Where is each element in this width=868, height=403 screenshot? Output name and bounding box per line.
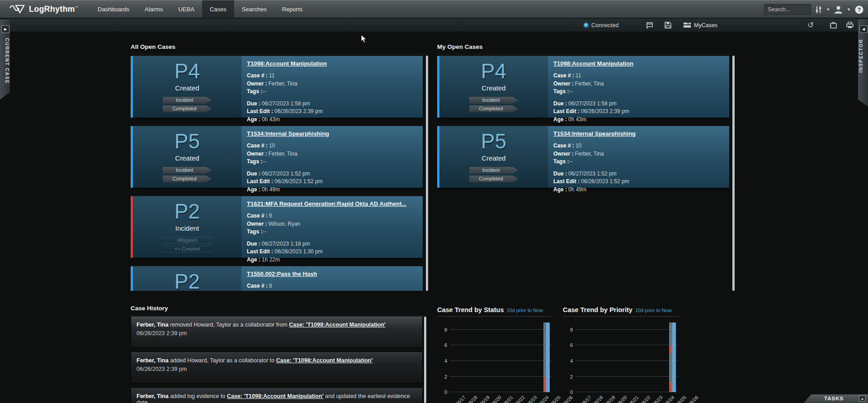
owner-row: Owner :Ferber, Tina [553, 150, 725, 158]
case-link[interactable]: Case: 'T1098:Account Manipulation' [289, 322, 386, 328]
history-date: 06/26/2023 2:39 pm [137, 366, 417, 372]
case-title-link[interactable]: T1098:Account Manipulation [247, 60, 327, 67]
case-title-link[interactable]: T1098:Account Manipulation [553, 60, 633, 67]
user-icon[interactable] [834, 5, 843, 14]
y-tick-label: 8 [564, 327, 573, 332]
completed-action-button[interactable]: Completed [163, 105, 212, 112]
case-status: Created [133, 154, 241, 162]
case-history-scrollbar[interactable] [424, 317, 426, 403]
chart-time-range[interactable]: 10d prior to Now [506, 308, 543, 313]
my-cases-scrollbar[interactable] [732, 56, 735, 291]
help-icon[interactable]: ? [855, 5, 863, 14]
tab-alarms[interactable]: Alarms [137, 0, 170, 18]
red-segment-bar [544, 377, 546, 393]
incident-action-button[interactable]: Incident [163, 97, 212, 104]
completed-action-button[interactable]: Completed [163, 175, 212, 182]
case-card-t1098[interactable]: P4 Created Incident Completed T1098:Acco… [131, 56, 423, 118]
incident-action-button[interactable]: Incident [469, 167, 518, 174]
tasks-label: TASKS [824, 394, 844, 403]
dashboard-selector-mycases[interactable]: MyCases [684, 19, 717, 32]
y-tick-label: 6 [438, 342, 447, 348]
priority-label: P2 [133, 269, 241, 291]
current-case-tab[interactable]: ▶ CURRENT CASE [0, 20, 10, 100]
gridline: 2 [576, 376, 679, 377]
inspector-tab[interactable]: ◀ INSPECTOR [858, 20, 868, 107]
incident-action-button[interactable]: Incident [163, 167, 212, 174]
case-history-header: Case History [131, 305, 426, 316]
search-input[interactable] [764, 4, 811, 15]
age-row: Age :0h 43m [553, 116, 725, 124]
due-row: Due :06/27/2023 1:18 pm [247, 240, 418, 248]
case-card-t1550[interactable]: P2 T1550.002:Pass the Hash Case # :8 Own… [131, 266, 423, 291]
chart-time-range[interactable]: 10d prior to Now [635, 308, 672, 313]
tab-dashboards[interactable]: Dashboards [90, 0, 137, 18]
connected-label: Connected [591, 22, 618, 28]
undo-icon[interactable]: ↺ [807, 19, 814, 32]
expand-inspector-icon[interactable]: ◀ [859, 25, 868, 33]
card-priority-column: P4 Created Incident Completed [439, 56, 548, 118]
case-status: Incident [133, 224, 241, 232]
gridline: 0 [576, 392, 679, 392]
tab-ueba[interactable]: UEBA [171, 0, 202, 18]
tasks-bar[interactable]: TASKS ▲ [804, 394, 868, 403]
case-card-t1534[interactable]: P5 Created Incident Completed T1534:Inte… [437, 126, 729, 188]
history-text: Ferber, Tina added log evidence to Case:… [137, 393, 417, 403]
last-edit-row: Last Edit :06/26/2023 1:52 pm [247, 178, 418, 186]
completed-action-button[interactable]: Completed [469, 175, 518, 182]
age-row: Age :0h 43m [247, 116, 418, 124]
add-dashboard-icon[interactable] [646, 19, 653, 32]
filter-caret-down-icon[interactable]: ▼ [826, 7, 830, 12]
case-title-link[interactable]: T1621:MFA Request Generation:Rapid Okta … [247, 200, 406, 207]
case-link[interactable]: Case: 'T1098:Account Manipulation' [276, 357, 373, 364]
due-row: Due :06/27/2023 1:58 pm [553, 100, 725, 108]
expand-current-case-icon[interactable]: ▶ [1, 25, 9, 33]
age-row: Age :0h 49m [247, 186, 418, 194]
completed-action-button[interactable]: Completed [469, 105, 518, 112]
case-title-link[interactable]: T1534:Internal Spearphishing [247, 130, 329, 137]
tab-cases[interactable]: Cases [202, 0, 234, 18]
case-title-link[interactable]: T1534:Internal Spearphishing [553, 130, 636, 137]
layout-grid-icon [684, 23, 691, 28]
gridline: 4 [576, 360, 679, 361]
save-icon[interactable] [665, 19, 671, 32]
case-trend-by-status-chart: Case Trend by Status10d prior to Now 024… [437, 306, 552, 403]
tab-reports[interactable]: Reports [274, 0, 311, 18]
case-card-t1621[interactable]: P2 Incident Mitigated << Created T1621:M… [131, 196, 423, 258]
user-caret-down-icon[interactable]: ▼ [847, 7, 851, 12]
card-details: T1621:MFA Request Generation:Rapid Okta … [241, 196, 423, 258]
blue-bar-bar [546, 322, 550, 392]
all-open-cases-panel: P4 Created Incident Completed T1098:Acco… [131, 56, 428, 291]
tags-row: Tags :-- [553, 88, 725, 96]
print-icon[interactable] [846, 19, 854, 32]
tab-searches[interactable]: Searches [234, 0, 274, 18]
priority-label: P4 [439, 59, 548, 83]
age-row: Age :1h 22m [247, 256, 418, 264]
age-row: Age :0h 49m [553, 186, 725, 194]
case-card-t1534[interactable]: P5 Created Incident Completed T1534:Inte… [131, 126, 423, 188]
case-link[interactable]: Case: 'T1098:Account Manipulation' [227, 393, 324, 399]
incident-action-button[interactable]: Incident [469, 97, 518, 104]
history-date: 06/26/2023 2:39 pm [137, 330, 417, 337]
my-open-cases-header: My Open Cases [437, 43, 733, 54]
y-tick-label: 4 [564, 358, 573, 364]
expand-tasks-icon[interactable]: ▲ [859, 395, 866, 402]
priority-label: P4 [133, 59, 241, 83]
priority-label: P2 [133, 199, 241, 223]
logrhythm-dashboard: LogRhythm™ Dashboards Alarms UEBA Cases … [0, 0, 868, 403]
card-details: T1098:Account Manipulation Case # :11 Ow… [241, 56, 423, 118]
tags-row: Tags :-- [553, 158, 725, 166]
case-title-link[interactable]: T1550.002:Pass the Hash [247, 270, 317, 277]
top-navigation-bar: LogRhythm™ Dashboards Alarms UEBA Cases … [0, 0, 868, 18]
add-case-icon[interactable] [830, 19, 837, 32]
chart-title: Case Trend by Status [437, 306, 504, 313]
all-cases-scrollbar[interactable] [426, 56, 428, 291]
history-entry: Ferber, Tina removed Howard, Taylor as a… [131, 317, 423, 348]
case-card-t1098[interactable]: P4 Created Incident Completed T1098:Acco… [437, 56, 729, 118]
y-tick-label: 2 [564, 374, 573, 379]
y-tick-label: 4 [438, 358, 447, 364]
tags-row: Tags :-- [247, 158, 418, 166]
y-tick-label: 8 [438, 327, 447, 332]
filter-sliders-icon[interactable] [815, 6, 822, 14]
owner-row: Owner :Wilson, Ryan [247, 220, 418, 228]
case-status: Created [439, 84, 548, 92]
